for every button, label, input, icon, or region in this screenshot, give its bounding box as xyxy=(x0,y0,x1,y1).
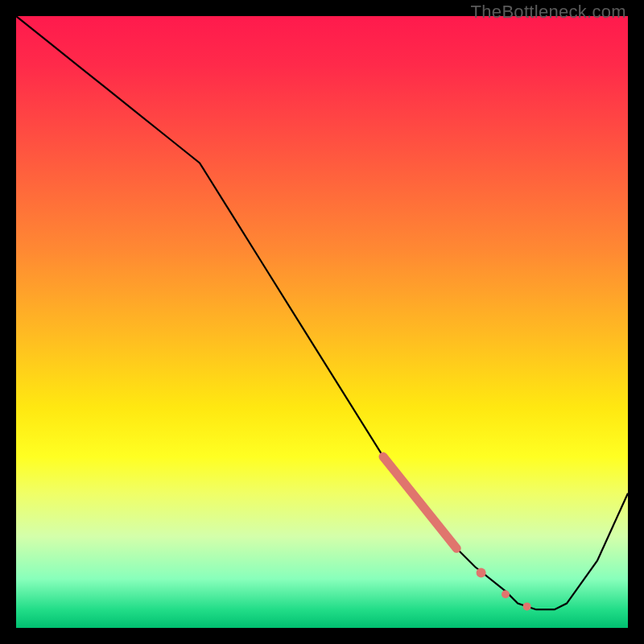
chart-area xyxy=(16,16,628,628)
highlight-dot-3 xyxy=(523,602,531,610)
watermark-text: TheBottleneck.com xyxy=(471,2,626,23)
highlight-main-segment xyxy=(383,456,456,548)
bottleneck-curve-path xyxy=(16,16,628,609)
chart-overlay-svg xyxy=(16,16,628,628)
highlight-dot-2 xyxy=(502,590,510,598)
highlight-dot-1 xyxy=(477,568,486,578)
